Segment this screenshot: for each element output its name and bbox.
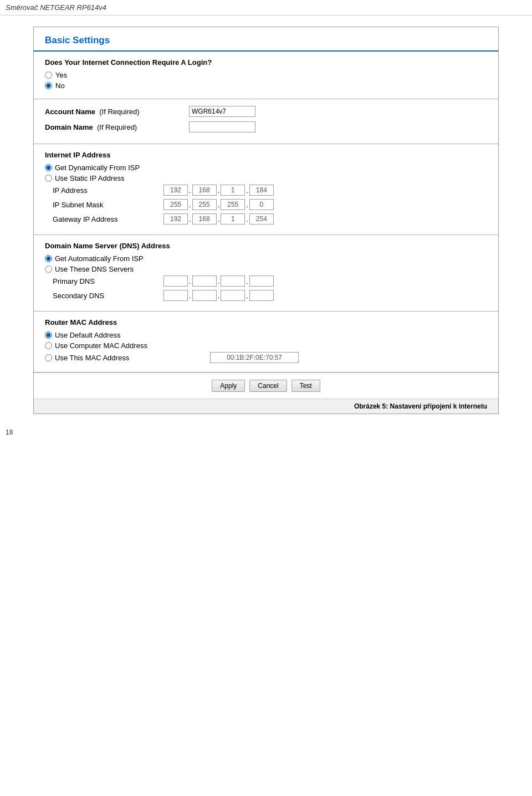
use-computer-mac-row: Use Computer MAC Address bbox=[45, 341, 487, 350]
header-title: Směrovač NETGEAR RP614v4 bbox=[6, 3, 106, 12]
internet-ip-title: Internet IP Address bbox=[45, 151, 487, 159]
use-static-radio[interactable] bbox=[45, 175, 52, 182]
secondary-dns-octet-4[interactable] bbox=[249, 290, 274, 301]
get-dynamic-radio[interactable] bbox=[45, 164, 52, 171]
subnet-dot-3: . bbox=[245, 201, 249, 209]
card-title: Basic Settings bbox=[34, 27, 498, 52]
login-no-label: No bbox=[55, 81, 65, 90]
gateway-octet-3[interactable] bbox=[221, 213, 245, 224]
use-default-mac-radio[interactable] bbox=[45, 331, 52, 339]
use-default-mac-label: Use Default Address bbox=[55, 331, 121, 339]
subnet-octet-2[interactable] bbox=[192, 199, 217, 210]
use-this-mac-label: Use This MAC Address bbox=[55, 354, 210, 362]
primary-dns-octet-3[interactable] bbox=[221, 275, 245, 287]
gateway-dot-2: . bbox=[217, 215, 221, 223]
mac-title: Router MAC Address bbox=[45, 318, 487, 326]
ip-address-label: IP Address bbox=[53, 186, 163, 195]
ip-octet-4[interactable] bbox=[249, 185, 274, 196]
secondary-dns-dot-3: . bbox=[245, 292, 249, 300]
domain-name-row: Domain Name (If Required) bbox=[45, 121, 487, 132]
account-section: Account Name (If Required) Domain Name (… bbox=[34, 99, 498, 144]
gateway-octet-1[interactable] bbox=[163, 213, 188, 224]
cancel-button[interactable]: Cancel bbox=[249, 380, 287, 392]
internet-ip-section: Internet IP Address Get Dynamically From… bbox=[34, 144, 498, 235]
gateway-octet-2[interactable] bbox=[192, 213, 217, 224]
secondary-dns-octet-1[interactable] bbox=[163, 290, 188, 301]
subnet-fields: . . . bbox=[163, 199, 274, 210]
get-auto-dns-radio[interactable] bbox=[45, 255, 52, 262]
gateway-dot-1: . bbox=[188, 215, 192, 223]
page-header: Směrovač NETGEAR RP614v4 bbox=[0, 0, 532, 16]
gateway-row: Gateway IP Address . . . bbox=[45, 213, 487, 224]
subnet-mask-row: IP Subnet Mask . . . bbox=[45, 199, 487, 210]
mac-address-input[interactable] bbox=[210, 352, 299, 363]
use-this-mac-row: Use This MAC Address bbox=[45, 352, 487, 363]
login-no-radio[interactable] bbox=[45, 82, 52, 89]
test-button[interactable]: Test bbox=[291, 380, 320, 392]
apply-button[interactable]: Apply bbox=[212, 380, 245, 392]
use-these-dns-row: Use These DNS Servers bbox=[45, 265, 487, 273]
primary-dns-label: Primary DNS bbox=[53, 277, 163, 285]
use-these-dns-label: Use These DNS Servers bbox=[55, 265, 134, 273]
account-name-input[interactable] bbox=[189, 106, 255, 117]
subnet-dot-2: . bbox=[217, 201, 221, 209]
ip-dot-1: . bbox=[188, 186, 192, 195]
login-yes-label: Yes bbox=[55, 71, 67, 79]
use-static-label: Use Static IP Address bbox=[55, 174, 125, 182]
caption-row: Obrázek 5: Nastavení připojení k interne… bbox=[34, 399, 498, 414]
secondary-dns-fields: . . . bbox=[163, 290, 274, 301]
ip-octet-2[interactable] bbox=[192, 185, 217, 196]
primary-dns-row: Primary DNS . . . bbox=[45, 275, 487, 287]
ip-address-fields: . . . bbox=[163, 185, 274, 196]
subnet-mask-label: IP Subnet Mask bbox=[53, 201, 163, 209]
secondary-dns-octet-3[interactable] bbox=[221, 290, 245, 301]
primary-dns-fields: . . . bbox=[163, 275, 274, 287]
use-static-row: Use Static IP Address bbox=[45, 174, 487, 182]
use-these-dns-radio[interactable] bbox=[45, 266, 52, 273]
gateway-fields: . . . bbox=[163, 213, 274, 224]
account-name-label: Account Name (If Required) bbox=[45, 108, 189, 116]
primary-dns-octet-2[interactable] bbox=[192, 275, 217, 287]
primary-dns-octet-4[interactable] bbox=[249, 275, 274, 287]
login-yes-radio[interactable] bbox=[45, 72, 52, 79]
ip-dot-3: . bbox=[245, 186, 249, 195]
domain-name-label: Domain Name (If Required) bbox=[45, 123, 189, 131]
mac-section: Router MAC Address Use Default Address U… bbox=[34, 312, 498, 373]
button-row: Apply Cancel Test bbox=[34, 373, 498, 399]
use-this-mac-radio[interactable] bbox=[45, 354, 52, 361]
secondary-dns-row: Secondary DNS . . . bbox=[45, 290, 487, 301]
use-default-mac-row: Use Default Address bbox=[45, 331, 487, 339]
subnet-octet-1[interactable] bbox=[163, 199, 188, 210]
login-yes-row: Yes bbox=[45, 71, 487, 79]
page-number: 18 bbox=[0, 425, 532, 440]
get-dynamic-row: Get Dynamically From ISP bbox=[45, 164, 487, 172]
ip-octet-3[interactable] bbox=[221, 185, 245, 196]
ip-dot-2: . bbox=[217, 186, 221, 195]
secondary-dns-dot-1: . bbox=[188, 292, 192, 300]
gateway-dot-3: . bbox=[245, 215, 249, 223]
primary-dns-dot-3: . bbox=[245, 277, 249, 285]
ip-address-row: IP Address . . . bbox=[45, 185, 487, 196]
subnet-dot-1: . bbox=[188, 201, 192, 209]
caption-text: Obrázek 5: Nastavení připojení k interne… bbox=[354, 402, 487, 410]
gateway-label: Gateway IP Address bbox=[53, 215, 163, 223]
secondary-dns-octet-2[interactable] bbox=[192, 290, 217, 301]
use-computer-mac-label: Use Computer MAC Address bbox=[55, 341, 147, 350]
secondary-dns-dot-2: . bbox=[217, 292, 221, 300]
subnet-octet-3[interactable] bbox=[221, 199, 245, 210]
domain-name-input[interactable] bbox=[189, 121, 255, 132]
primary-dns-octet-1[interactable] bbox=[163, 275, 188, 287]
get-auto-dns-label: Get Automatically From ISP bbox=[55, 254, 144, 263]
use-computer-mac-radio[interactable] bbox=[45, 342, 52, 349]
get-dynamic-label: Get Dynamically From ISP bbox=[55, 164, 140, 172]
account-name-row: Account Name (If Required) bbox=[45, 106, 487, 117]
primary-dns-dot-2: . bbox=[217, 277, 221, 285]
ip-octet-1[interactable] bbox=[163, 185, 188, 196]
secondary-dns-label: Secondary DNS bbox=[53, 292, 163, 300]
login-question: Does Your Internet Connection Require A … bbox=[45, 58, 487, 67]
internet-login-section: Does Your Internet Connection Require A … bbox=[34, 52, 498, 99]
dns-title: Domain Name Server (DNS) Address bbox=[45, 242, 487, 250]
gateway-octet-4[interactable] bbox=[249, 213, 274, 224]
get-auto-dns-row: Get Automatically From ISP bbox=[45, 254, 487, 263]
subnet-octet-4[interactable] bbox=[249, 199, 274, 210]
